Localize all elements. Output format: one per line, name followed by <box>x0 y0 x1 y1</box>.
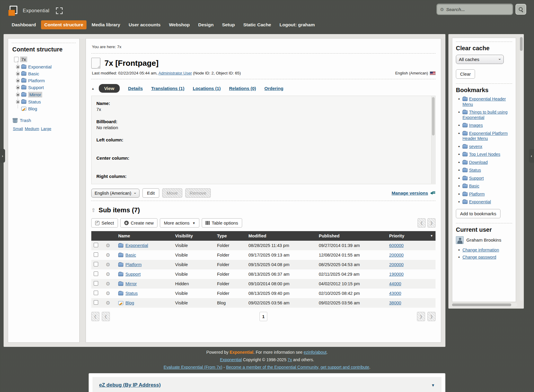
select-button[interactable]: Select <box>91 218 118 228</box>
tree-node[interactable]: Status <box>16 99 76 104</box>
trash-label[interactable]: Trash <box>20 118 31 123</box>
trash-item[interactable]: Trash <box>13 118 76 123</box>
scrollbar-thumb[interactable] <box>432 97 435 135</box>
nav-item[interactable]: Content structure <box>41 20 87 29</box>
search-input[interactable] <box>446 7 509 12</box>
row-priority-link[interactable]: 200000 <box>389 253 403 257</box>
row-name-link[interactable]: Basic <box>125 253 136 257</box>
tree-node-blog[interactable]: Blog <box>16 106 76 111</box>
bookmark-link[interactable]: Things to build using Exponential <box>462 110 507 120</box>
row-gear-icon[interactable]: ⚙ <box>106 281 110 287</box>
row-gear-icon[interactable]: ⚙ <box>106 252 110 258</box>
expand-plus-icon[interactable] <box>16 79 19 82</box>
tab-view[interactable]: View <box>99 84 120 93</box>
tree-node-label[interactable]: Basic <box>28 71 39 76</box>
row-priority-link[interactable]: 600000 <box>389 243 403 248</box>
nav-item[interactable]: Logout: graham <box>276 20 318 29</box>
tree-node-label[interactable]: Status <box>28 99 41 104</box>
bookmark-link[interactable]: Download <box>469 160 488 165</box>
row-checkbox[interactable] <box>94 252 98 257</box>
bookmark-link[interactable]: Exponential <box>469 199 491 204</box>
row-checkbox[interactable] <box>94 291 98 295</box>
edit-language-select[interactable]: English (American) <box>91 189 139 198</box>
bookmark-link[interactable]: Status <box>469 168 481 173</box>
community-link[interactable]: Become a member of the Exponential Commu… <box>226 365 369 370</box>
ez-debug-link[interactable]: eZ debug (By IP Address) <box>99 382 161 388</box>
row-checkbox[interactable] <box>94 243 98 247</box>
tab-link[interactable]: Translations (1) <box>151 86 184 91</box>
manage-versions-link[interactable]: Manage versions <box>392 190 428 196</box>
tree-root-label[interactable]: 7x <box>20 57 27 62</box>
sort-desc-icon[interactable]: ▼ <box>430 234 433 237</box>
cache-type-select[interactable]: All caches <box>456 55 504 64</box>
expand-plus-icon[interactable] <box>16 100 19 103</box>
brand-logo-icon[interactable] <box>8 6 19 16</box>
tree-node-label[interactable]: Blog <box>28 106 37 111</box>
us-flag-icon[interactable] <box>430 71 436 75</box>
row-gear-icon[interactable]: ⚙ <box>106 271 110 277</box>
row-priority-link[interactable]: 190000 <box>389 272 403 277</box>
row-priority-link[interactable]: 200000 <box>389 262 403 267</box>
add-to-bookmarks-button[interactable]: Add to bookmarks <box>456 209 500 218</box>
tree-node-label[interactable]: Platform <box>28 78 45 83</box>
col-header-visibility[interactable]: Visibility <box>173 231 215 241</box>
tree-node[interactable]: Exponential <box>16 64 76 69</box>
col-header-priority[interactable]: Priority▼ <box>387 231 436 241</box>
col-header-published[interactable]: Published <box>316 231 387 241</box>
table-options-button[interactable]: Table options <box>202 218 242 228</box>
bookmark-link[interactable]: Support <box>469 176 484 181</box>
evaluate-link[interactable]: Evaluate Exponential (From 7x) <box>164 365 222 370</box>
tree-node[interactable]: Platform <box>16 78 76 83</box>
more-actions-button[interactable]: More actions▼ <box>160 218 199 228</box>
row-priority-link[interactable]: 38000 <box>389 301 401 305</box>
user-action-link[interactable]: Change information <box>462 248 499 252</box>
tab-link[interactable]: Relations (0) <box>229 86 256 91</box>
search-box[interactable]: ⚙ <box>436 4 513 15</box>
row-name-link[interactable]: Status <box>125 291 138 296</box>
exponential-link[interactable]: Exponential <box>220 357 242 362</box>
row-checkbox[interactable] <box>94 262 98 266</box>
nav-item[interactable]: Media library <box>88 20 124 29</box>
tree-size-option[interactable]: Large <box>41 126 51 131</box>
bookmark-link[interactable]: Platform <box>469 192 485 196</box>
right-panel-toggle[interactable]: ‹ <box>529 149 534 163</box>
row-priority-link[interactable]: 44000 <box>389 281 401 286</box>
row-name-link[interactable]: Blog <box>125 301 134 305</box>
collapse-triangle-icon[interactable]: ▲ <box>91 87 95 90</box>
bookmark-link[interactable]: Basic <box>469 184 479 188</box>
ezinfo-about-link[interactable]: ezinfo/about <box>304 350 327 355</box>
col-header-name[interactable]: Name <box>116 231 173 241</box>
nav-item[interactable]: Dashboard <box>8 20 39 29</box>
nav-item[interactable]: Design <box>195 20 217 29</box>
edit-button[interactable]: Edit <box>142 188 159 198</box>
row-name-link[interactable]: Mirror <box>125 281 137 286</box>
bookmark-link[interactable]: Exponential Header Menu <box>462 97 506 107</box>
expand-plus-icon[interactable] <box>16 65 19 68</box>
tree-size-option[interactable]: Small <box>13 126 23 131</box>
row-name-link[interactable]: Support <box>125 272 141 277</box>
row-gear-icon[interactable]: ⚙ <box>106 291 110 296</box>
row-priority-link[interactable]: 43000 <box>389 291 401 296</box>
clear-cache-button[interactable]: Clear <box>456 69 475 79</box>
row-checkbox[interactable] <box>94 281 98 286</box>
tree-node-label[interactable]: Exponential <box>28 64 51 69</box>
bookmark-link[interactable]: Exponential Platform Header Menu <box>462 131 508 141</box>
debug-toggle-icon[interactable]: ▼ <box>431 383 435 388</box>
nav-item[interactable]: User accounts <box>125 20 164 29</box>
right-panel-hscrollbar[interactable] <box>451 303 517 306</box>
bookmark-link[interactable]: Images <box>469 123 483 128</box>
expand-plus-icon[interactable] <box>16 86 19 89</box>
go-up-icon[interactable]: ⇧ <box>91 207 95 213</box>
fullscreen-icon[interactable] <box>56 7 63 14</box>
row-checkbox[interactable] <box>94 271 98 276</box>
expand-plus-icon[interactable] <box>16 93 19 96</box>
tree-node[interactable]: Support <box>16 85 76 90</box>
create-new-button[interactable]: Create new <box>120 218 158 228</box>
search-button[interactable] <box>515 4 526 15</box>
tree-root-node[interactable]: 7x <box>14 57 76 62</box>
tree-size-option[interactable]: Medium <box>25 126 39 131</box>
col-header-modified[interactable]: Modified <box>246 231 316 241</box>
tree-node-label[interactable]: Support <box>28 85 44 90</box>
user-action-link[interactable]: Change password <box>462 255 496 260</box>
tab-link[interactable]: Ordering <box>264 86 283 91</box>
